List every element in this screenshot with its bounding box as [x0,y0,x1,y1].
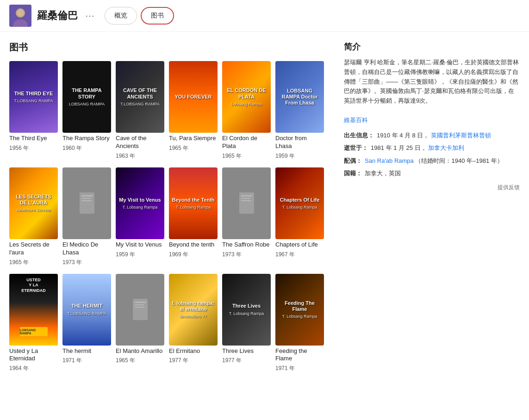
book-year: 1963 年 [116,152,164,160]
book-year: 1977 年 [169,357,218,364]
svg-rect-5 [81,198,91,199]
list-item[interactable]: The Saffron Robe1973 年 [222,167,271,266]
avatar [9,5,31,27]
nation-value: 加拿大，英国 [365,169,401,178]
book-title: Usted y La Eternidad [9,347,58,363]
book-year: 1959 年 [116,251,164,259]
feedback-link[interactable]: 提供反馈 [344,184,520,191]
death-link[interactable]: 加拿大卡加利 [428,144,464,151]
header-tabs: 概览 图书 [105,7,174,25]
bio-text: 瑟瑞爾 亨利 哈斯金，筆名星期二·羅桑·倫巴，生於英國德文部普林普頓，自稱自己是… [344,59,519,104]
book-title: El Medico De Lhasa [62,241,111,257]
birth-date: 1910 年 4 月 8 日， [377,132,429,139]
book-title: Tu, Para Siempre [169,135,218,142]
spouse-label: 配偶： [344,156,362,166]
svg-rect-4 [81,195,93,197]
book-title: The hermit [62,347,111,355]
book-year: 1960 年 [62,144,111,152]
list-item[interactable]: Beyond the Tenth T. Lobsang Rampa Beyond… [169,167,218,266]
list-item[interactable]: El Manto Amarillo1965 年 [116,274,164,373]
book-year: 1965 年 [9,259,58,266]
tab-overview[interactable]: 概览 [105,7,137,25]
wiki-link[interactable]: 維基百科 [344,117,368,124]
book-year: 1965 年 [116,357,164,364]
svg-rect-12 [135,302,146,303]
death-value: 1981 年 1 月 25 日， 加拿大卡加利 [371,143,464,153]
svg-rect-6 [81,200,92,201]
list-item[interactable]: YOU FOREVER Tu, Para Siempre1965 年 [169,61,218,160]
book-year: 1965 年 [222,152,271,160]
list-item[interactable]: El Medico De Lhasa1973 年 [62,167,111,266]
nation-label: 国籍： [344,169,362,178]
book-title: The Saffron Robe [222,241,271,249]
book-year: 1973 年 [62,259,111,266]
nation-info-row: 国籍： 加拿大，英国 [344,169,520,178]
death-label: 逝世于： [344,143,368,153]
sidebar-bio: 瑟瑞爾 亨利 哈斯金，筆名星期二·羅桑·倫巴，生於英國德文部普林普頓，自稱自己是… [344,58,520,125]
book-title: El Manto Amarillo [116,347,164,355]
birth-info-row: 出生信息： 1910 年 4 月 8 日， 英國普利茅斯普林普頓 [344,131,520,140]
spouse-link[interactable]: San Ra'ab Rampa [365,157,414,164]
svg-rect-10 [241,200,251,201]
book-year: 1971 年 [275,364,324,372]
list-item[interactable]: THE RAMPA STORY LOBSANG RAMPA The Rampa … [62,61,111,160]
book-year: 1971 年 [62,357,111,364]
book-title: Feeding the Flame [275,347,324,363]
books-section: 图书 THE THIRD EYE T.LOBSANG RAMPA The Thi… [9,41,330,372]
page-header: 羅桑倫巴 ⋯ 概览 图书 [0,0,529,32]
list-item[interactable]: t. lobsang rampa: el ermitano destinolib… [169,274,218,373]
spouse-value: San Ra'ab Rampa （结婚时间：1940 年–1981 年） [365,156,503,166]
list-item[interactable]: CAVE OF THE ANCIENTS T.LOBSANG RAMPA Cav… [116,61,164,160]
list-item[interactable]: Chapters Of Life T. Lobsang Rampa Chapte… [275,167,324,266]
sidebar: 简介 瑟瑞爾 亨利 哈斯金，筆名星期二·羅桑·倫巴，生於英國德文部普林普頓，自稱… [344,41,520,372]
book-year: 1964 年 [9,364,58,372]
book-year: 1965 年 [169,144,218,152]
spouse-info-row: 配偶： San Ra'ab Rampa （结婚时间：1940 年–1981 年） [344,156,520,166]
book-year: 1969 年 [169,251,218,259]
list-item[interactable]: LES SECRETS DE L'AURA Adventure Secrète … [9,167,58,266]
book-year: 1959 年 [275,152,324,160]
main-container: 图书 THE THIRD EYE T.LOBSANG RAMPA The Thi… [0,32,529,382]
list-item[interactable]: My Visit to Venus T. Lobsang Rampa My Vi… [116,167,164,266]
book-title: El Cordon de Plata [222,135,271,150]
book-year: 1977 年 [222,357,271,364]
svg-rect-14 [135,307,145,308]
list-item[interactable]: Three Lives T. Lobsang Rampa Three Lives… [222,274,271,373]
book-title: El Ermitano [169,347,218,355]
list-item[interactable]: LOBSANG RAMPA Doctor From Lhasa Doctor f… [275,61,324,160]
book-title: Three Lives [222,347,271,355]
book-title: The Rampa Story [62,135,111,142]
list-item[interactable]: USTEDY LAETERNIDAD LOBSANG RAMPA Usted y… [9,274,58,373]
book-title: Doctor from Lhasa [275,135,324,150]
svg-rect-9 [241,198,250,199]
svg-point-2 [17,10,24,16]
book-year: 1967 年 [275,251,324,259]
list-item[interactable]: THE HERMIT T.LOBSANG RAMPA The hermit197… [62,274,111,373]
book-title: The Third Eye [9,135,58,142]
svg-rect-13 [135,304,144,305]
book-title: Chapters of Life [275,241,324,249]
books-grid: THE THIRD EYE T.LOBSANG RAMPA The Third … [9,61,330,372]
list-item[interactable]: EL CORDON DE PLATA Lobsang Rampa El Cord… [222,61,271,160]
birth-value: 1910 年 4 月 8 日， 英國普利茅斯普林普頓 [377,131,491,140]
birth-link[interactable]: 英國普利茅斯普林普頓 [431,132,491,139]
sidebar-title: 简介 [344,41,520,52]
book-title: Les Secrets de l'aura [9,241,58,257]
tab-books[interactable]: 图书 [141,7,174,25]
death-date: 1981 年 1 月 25 日， [371,144,427,151]
more-options-icon[interactable]: ⋯ [85,10,94,21]
section-title: 图书 [9,41,330,54]
book-title: Cave of the Ancients [116,135,164,150]
author-name: 羅桑倫巴 [37,9,78,23]
birth-label: 出生信息： [344,131,374,140]
list-item[interactable]: THE THIRD EYE T.LOBSANG RAMPA The Third … [9,61,58,160]
spouse-years: （结婚时间：1940 年–1981 年） [415,157,503,164]
book-year: 1973 年 [222,251,271,259]
svg-rect-8 [241,195,252,197]
list-item[interactable]: Feeding The Flame T. Lobsang Rampa Feedi… [275,274,324,373]
death-info-row: 逝世于： 1981 年 1 月 25 日， 加拿大卡加利 [344,143,520,153]
book-title: My Visit to Venus [116,241,164,249]
book-title: Beyond the tenth [169,241,218,249]
book-year: 1956 年 [9,144,58,152]
